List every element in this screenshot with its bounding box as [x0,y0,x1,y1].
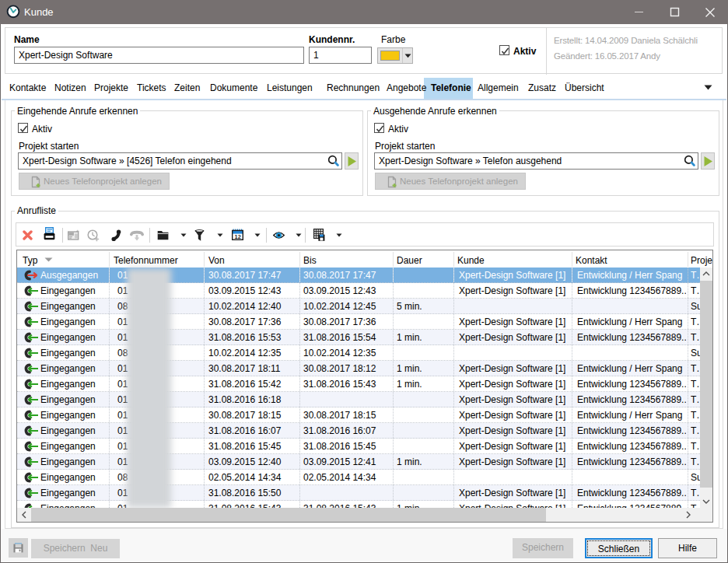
svg-text:12: 12 [235,233,241,240]
